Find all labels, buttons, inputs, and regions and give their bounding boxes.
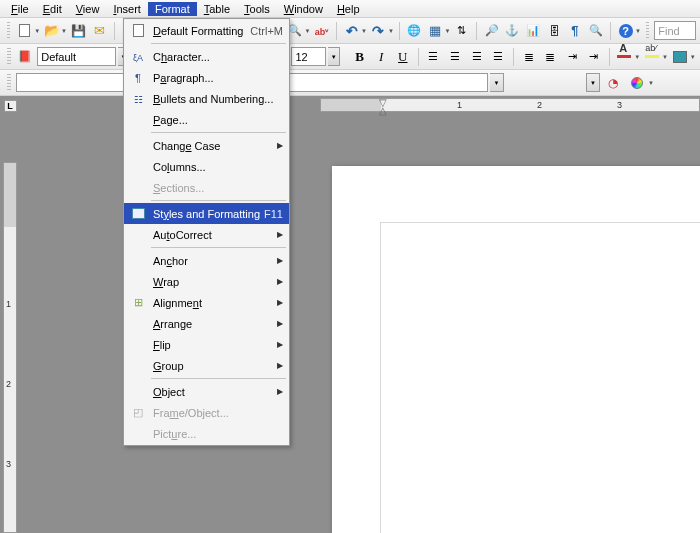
menu-item-label: Page...: [149, 114, 283, 126]
paragraph-style-select[interactable]: Default: [37, 47, 116, 66]
bg-color-button[interactable]: [670, 46, 690, 68]
styles-button[interactable]: [16, 46, 36, 68]
datasource-button[interactable]: [545, 20, 564, 42]
toolbar-grip[interactable]: [7, 22, 10, 40]
bg-color-arrow[interactable]: ▼: [690, 54, 696, 60]
toolbar-grip[interactable]: [646, 22, 649, 40]
extra-combo-arrow[interactable]: ▼: [586, 73, 600, 92]
italic-button[interactable]: I: [371, 46, 391, 68]
bold-button[interactable]: B: [350, 46, 370, 68]
menu-item-columns[interactable]: Columns...: [124, 156, 289, 177]
submenu-arrow-icon: ▶: [277, 298, 283, 307]
toolbar-grip[interactable]: [7, 74, 11, 92]
menu-item-arrange[interactable]: Arrange▶: [124, 313, 289, 334]
toolbar-grip[interactable]: [7, 48, 11, 66]
zoom-button[interactable]: [586, 20, 605, 42]
new-doc-button[interactable]: [15, 20, 34, 42]
hyperlink-button[interactable]: [405, 20, 424, 42]
font-size-input[interactable]: 12: [291, 47, 325, 66]
redo-arrow[interactable]: ▼: [388, 28, 394, 34]
menu-separator: [151, 200, 286, 201]
palette-button[interactable]: [626, 72, 648, 94]
menu-edit[interactable]: Edit: [36, 2, 69, 16]
menu-format[interactable]: Format: [148, 2, 197, 16]
table-button[interactable]: [426, 20, 445, 42]
menu-item-wrap[interactable]: Wrap▶: [124, 271, 289, 292]
menu-item-label: Flip: [149, 339, 277, 351]
navigator-button[interactable]: [503, 20, 522, 42]
menu-item-alignment[interactable]: Alignment▶: [124, 292, 289, 313]
table-arrow[interactable]: ▼: [444, 28, 450, 34]
find-input[interactable]: Find: [654, 21, 696, 40]
highlight-button[interactable]: [642, 46, 662, 68]
menu-file[interactable]: File: [4, 2, 36, 16]
justify-button[interactable]: [488, 46, 508, 68]
loading-button[interactable]: [602, 72, 624, 94]
open-button[interactable]: [42, 20, 61, 42]
palette-arrow[interactable]: ▼: [648, 80, 655, 86]
menu-item-shortcut: Ctrl+M: [250, 25, 283, 37]
tab-stop-button[interactable]: L: [4, 100, 17, 112]
menu-item-label: Sections...: [149, 182, 283, 194]
menu-separator: [151, 132, 286, 133]
undo-arrow[interactable]: ▼: [361, 28, 367, 34]
menu-item-flip[interactable]: Flip▶: [124, 334, 289, 355]
preview-arrow[interactable]: ▼: [305, 28, 311, 34]
open-arrow[interactable]: ▼: [61, 28, 67, 34]
menu-item-label: Default Formatting: [149, 25, 250, 37]
mail-button[interactable]: [90, 20, 109, 42]
italic-icon: I: [379, 49, 383, 65]
font-size-arrow[interactable]: ▼: [328, 47, 340, 66]
redo-button[interactable]: [369, 20, 388, 42]
underline-button[interactable]: U: [393, 46, 413, 68]
bullet-list-button[interactable]: [541, 46, 561, 68]
menu-insert[interactable]: Insert: [106, 2, 148, 16]
align-right-button[interactable]: [467, 46, 487, 68]
highlight-arrow[interactable]: ▼: [662, 54, 668, 60]
menu-item-bullets-and-numbering[interactable]: Bullets and Numbering...: [124, 88, 289, 109]
font-color-arrow[interactable]: ▼: [634, 54, 640, 60]
menu-view[interactable]: View: [69, 2, 107, 16]
menu-item-default-formatting[interactable]: Default FormattingCtrl+M: [124, 20, 289, 41]
url-combo-arrow[interactable]: ▼: [490, 73, 504, 92]
menu-item-label: Styles and Formatting: [149, 208, 264, 220]
hanging-indent-marker[interactable]: △: [379, 105, 387, 116]
numbered-list-button[interactable]: [519, 46, 539, 68]
gallery-button[interactable]: [524, 20, 543, 42]
menubar: FileEditViewInsertFormatTableToolsWindow…: [0, 0, 700, 18]
horizontal-ruler[interactable]: ▽ △ 1 2 3: [320, 98, 700, 112]
menu-item-paragraph[interactable]: Paragraph...: [124, 67, 289, 88]
menu-item-autocorrect[interactable]: AutoCorrect▶: [124, 224, 289, 245]
menu-item-page[interactable]: Page...: [124, 109, 289, 130]
spell-button[interactable]: [313, 20, 332, 42]
help-arrow[interactable]: ▼: [635, 28, 641, 34]
vertical-ruler[interactable]: 1 2 3: [3, 162, 17, 533]
menu-item-group[interactable]: Group▶: [124, 355, 289, 376]
mail-icon: [94, 23, 105, 38]
document-page[interactable]: [332, 166, 700, 533]
save-button[interactable]: [69, 20, 88, 42]
menu-tools[interactable]: Tools: [237, 2, 277, 16]
font-color-button[interactable]: [615, 46, 635, 68]
menu-item-anchor[interactable]: Anchor▶: [124, 250, 289, 271]
find-button[interactable]: [482, 20, 501, 42]
menu-table[interactable]: Table: [197, 2, 237, 16]
menu-help[interactable]: Help: [330, 2, 367, 16]
menu-item-character[interactable]: Character...: [124, 46, 289, 67]
sort-button[interactable]: [452, 20, 471, 42]
separator: [609, 48, 610, 66]
nonprinting-button[interactable]: [566, 20, 585, 42]
increase-indent-button[interactable]: [584, 46, 604, 68]
undo-button[interactable]: [342, 20, 361, 42]
align-left-button[interactable]: [424, 46, 444, 68]
menu-item-styles-and-formatting[interactable]: Styles and FormattingF11: [124, 203, 289, 224]
menu-item-change-case[interactable]: Change Case▶: [124, 135, 289, 156]
decrease-indent-button[interactable]: [562, 46, 582, 68]
menu-separator: [151, 43, 286, 44]
menu-item-object[interactable]: Object▶: [124, 381, 289, 402]
help-button[interactable]: [616, 20, 635, 42]
new-doc-arrow[interactable]: ▼: [34, 28, 40, 34]
underline-icon: U: [398, 49, 407, 65]
align-center-button[interactable]: [445, 46, 465, 68]
menu-window[interactable]: Window: [277, 2, 330, 16]
